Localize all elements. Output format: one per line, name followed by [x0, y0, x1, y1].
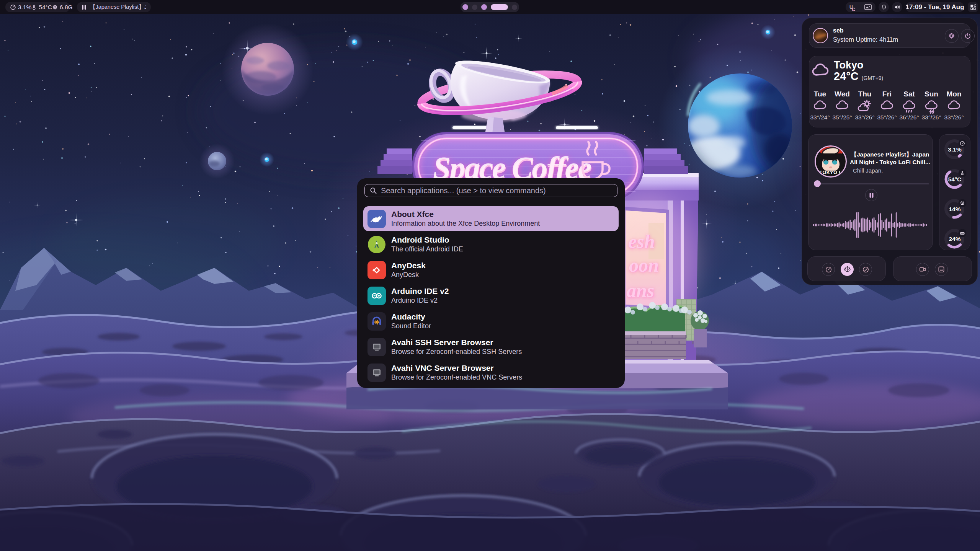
svg-text:14%: 14% — [949, 206, 960, 212]
svg-text:54°C: 54°C — [948, 176, 962, 183]
svg-text:24%: 24% — [949, 236, 960, 242]
svg-text:3.1%: 3.1% — [948, 146, 962, 153]
